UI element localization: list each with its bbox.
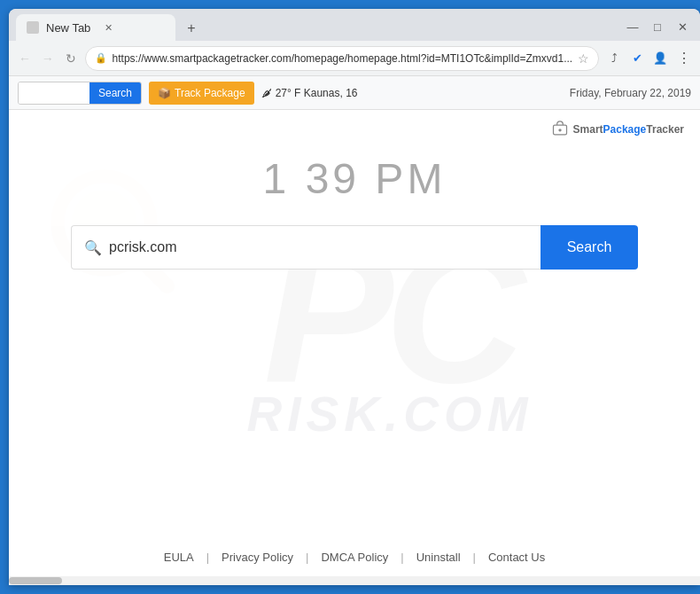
title-bar: New Tab ✕ + — □ ✕ [9, 9, 700, 41]
footer-dmca-link[interactable]: DMCA Policy [308, 551, 401, 564]
footer-contact-link[interactable]: Contact Us [476, 551, 557, 564]
url-bar[interactable]: 🔒 https://www.smartpackagetracker.com/ho… [85, 46, 600, 71]
scrollbar-thumb[interactable] [9, 577, 62, 584]
track-package-label: Track Package [175, 87, 245, 99]
window-controls: — □ ✕ [622, 16, 693, 41]
footer-uninstall-link[interactable]: Uninstall [404, 551, 473, 564]
footer-eula-link[interactable]: EULA [152, 551, 206, 564]
bookmark-icon[interactable]: ☆ [578, 51, 589, 66]
new-tab-button[interactable]: + [179, 16, 204, 41]
main-search-button[interactable]: Search [541, 225, 638, 270]
address-bar: ← → ↻ 🔒 https://www.smartpackagetracker.… [9, 41, 700, 76]
toolbar-search-input[interactable] [19, 82, 89, 104]
browser-window: New Tab ✕ + — □ ✕ ← → ↻ 🔒 https://www.sm… [9, 9, 700, 585]
track-package-button[interactable]: 📦 Track Package [149, 82, 254, 105]
back-button[interactable]: ← [16, 47, 34, 70]
tab-favicon [27, 21, 39, 34]
search-magnifier-icon: 🔍 [84, 239, 102, 256]
svg-point-4 [558, 129, 561, 131]
weather-text: 27° F Kaunas, 16 [276, 87, 358, 99]
url-text: https://www.smartpackagetracker.com/home… [113, 52, 573, 65]
scrollbar-track[interactable] [9, 576, 700, 585]
toolbar-search-box[interactable]: Search [18, 82, 142, 105]
main-search-input[interactable] [109, 239, 528, 255]
toolbar-search-button[interactable]: Search [89, 82, 141, 104]
extension-toolbar: Search 📦 Track Package 🌶 27° F Kaunas, 1… [9, 76, 700, 110]
close-button[interactable]: ✕ [672, 16, 693, 37]
browser-action-icons: ⤴ ✔ 👤 [604, 49, 670, 68]
maximize-button[interactable]: □ [647, 16, 668, 37]
main-search-area: 🔍 Search [71, 225, 638, 270]
main-search-box[interactable]: 🔍 [71, 225, 541, 270]
browser-tab[interactable]: New Tab ✕ [16, 14, 175, 41]
forward-button[interactable]: → [39, 47, 57, 70]
weather-widget: 🌶 27° F Kaunas, 16 [261, 87, 358, 99]
lock-icon: 🔒 [95, 52, 107, 64]
profile-icon[interactable]: 👤 [650, 49, 670, 68]
spt-logo-text: SmartPackageTracker [573, 123, 684, 136]
spt-logo-icon [551, 121, 569, 138]
clock-display: 1 39 PM [9, 154, 700, 203]
minimize-button[interactable]: — [622, 16, 643, 37]
risk-watermark-text: RISK.COM [247, 386, 533, 442]
reload-button[interactable]: ↻ [62, 47, 80, 70]
page-content: PC RISK.COM SmartPackageTracker 1 39 PM … [9, 110, 700, 576]
spt-logo: SmartPackageTracker [551, 121, 684, 138]
share-icon[interactable]: ⤴ [604, 49, 624, 68]
footer-privacy-link[interactable]: Privacy Policy [209, 551, 306, 564]
weather-emoji: 🌶 [261, 87, 272, 99]
page-footer: EULA | Privacy Policy | DMCA Policy | Un… [9, 551, 700, 564]
tab-title: New Tab [46, 21, 90, 35]
browser-menu-button[interactable]: ⋮ [675, 47, 693, 70]
date-display: Friday, February 22, 2019 [570, 87, 691, 99]
shield-icon[interactable]: ✔ [627, 49, 647, 68]
tab-close-button[interactable]: ✕ [101, 20, 115, 35]
package-icon: 📦 [158, 87, 171, 99]
